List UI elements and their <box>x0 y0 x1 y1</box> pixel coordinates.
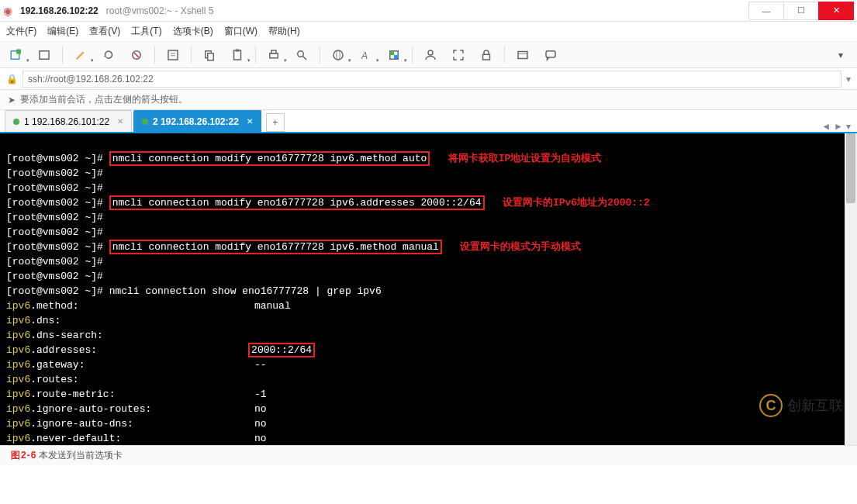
find-icon[interactable] <box>290 45 313 65</box>
svg-rect-10 <box>236 49 240 51</box>
tab-session-2[interactable]: 2 192.168.26.102:22 ✕ <box>133 110 261 132</box>
title-bar: ◉ 192.168.26.102:22 root@vms002:~ - Xshe… <box>0 0 857 22</box>
status-text: 本发送到当前选项卡 <box>39 449 123 462</box>
address-bar: 🔒 ssh://root@192.168.26.102:22 ▾ <box>0 68 857 90</box>
svg-rect-11 <box>270 53 278 57</box>
toolbar-separator <box>191 47 192 64</box>
menu-bar: 文件(F) 编辑(E) 查看(V) 工具(T) 选项卡(B) 窗口(W) 帮助(… <box>0 22 857 42</box>
svg-rect-23 <box>518 51 527 58</box>
address-lock-icon: 🔒 <box>6 74 18 85</box>
svg-point-16 <box>337 50 340 60</box>
minimize-button[interactable]: — <box>748 2 784 20</box>
title-host: 192.168.26.102:22 <box>20 5 98 16</box>
tab-session-1[interactable]: 1 192.168.26.101:22 ✕ <box>5 110 132 132</box>
tab-add-button[interactable]: + <box>266 113 285 132</box>
tab-bar: 1 192.168.26.101:22 ✕ 2 192.168.26.102:2… <box>0 110 857 133</box>
watermark-text: 创新互联 <box>787 396 843 415</box>
tab-next-icon[interactable]: ► <box>834 121 843 132</box>
window-controls: — ☐ ✕ <box>749 2 854 20</box>
svg-point-21 <box>428 50 433 55</box>
tab-close-icon[interactable]: ✕ <box>247 117 253 126</box>
address-input[interactable]: ssh://root@192.168.26.102:22 <box>22 71 841 88</box>
chat-icon[interactable] <box>539 45 562 65</box>
copy-icon[interactable] <box>198 45 221 65</box>
svg-point-13 <box>298 50 304 57</box>
status-dot-icon <box>142 119 148 125</box>
tab-close-icon[interactable]: ✕ <box>117 117 123 126</box>
figure-label: 图2-6 <box>11 449 36 462</box>
new-session-icon[interactable]: ▾ <box>5 45 28 65</box>
svg-rect-8 <box>208 53 214 60</box>
menu-tools[interactable]: 工具(T) <box>131 25 161 38</box>
menu-file[interactable]: 文件(F) <box>6 25 36 38</box>
fullscreen-icon[interactable] <box>447 45 470 65</box>
hint-bar: ➤ 要添加当前会话，点击左侧的箭头按钮。 <box>0 90 857 110</box>
svg-rect-9 <box>234 50 241 60</box>
toolbar-separator <box>504 47 505 64</box>
edit-icon[interactable]: ▾ <box>69 45 92 65</box>
paste-icon[interactable]: ▾ <box>226 45 249 65</box>
toolbar-separator <box>412 47 413 64</box>
lock-icon[interactable] <box>475 45 498 65</box>
hint-text: 要添加当前会话，点击左侧的箭头按钮。 <box>20 93 188 106</box>
watermark: C 创新互联 <box>759 394 843 417</box>
svg-point-15 <box>333 50 343 60</box>
tab-nav: ◄ ► ▾ <box>821 121 857 132</box>
hint-arrow-icon[interactable]: ➤ <box>8 95 16 105</box>
title-subtitle: root@vms002:~ - Xshell 5 <box>106 5 214 16</box>
status-bar: 图2-6 本发送到当前选项卡 <box>0 445 857 465</box>
tab-label: 2 192.168.26.102:22 <box>153 116 239 127</box>
menu-edit[interactable]: 编辑(E) <box>47 25 78 38</box>
terminal-panel: [root@vms002 ~]# nmcli connection modify… <box>0 133 857 445</box>
svg-rect-22 <box>483 54 490 60</box>
svg-rect-1 <box>16 49 21 54</box>
svg-rect-4 <box>168 50 178 60</box>
svg-rect-20 <box>394 55 398 59</box>
toolbar-separator <box>255 47 256 64</box>
bookmark-icon[interactable] <box>511 45 534 65</box>
scrollbar-thumb[interactable] <box>846 133 855 203</box>
svg-text:A: A <box>361 50 368 60</box>
disconnect-icon[interactable] <box>125 45 148 65</box>
reconnect-icon[interactable] <box>97 45 120 65</box>
toolbar-separator <box>154 47 155 64</box>
tab-label: 1 192.168.26.101:22 <box>24 116 109 127</box>
terminal-scrollbar[interactable] <box>845 133 857 445</box>
svg-line-14 <box>303 56 307 60</box>
svg-rect-2 <box>40 50 49 59</box>
menu-tabs[interactable]: 选项卡(B) <box>173 25 213 38</box>
menu-help[interactable]: 帮助(H) <box>268 25 300 38</box>
close-button[interactable]: ✕ <box>818 2 854 20</box>
font-icon[interactable]: A▾ <box>354 45 378 65</box>
app-icon: ◉ <box>3 5 16 17</box>
watermark-icon: C <box>759 394 783 417</box>
print-icon[interactable]: ▾ <box>262 45 285 65</box>
maximize-button[interactable]: ☐ <box>783 2 819 20</box>
svg-rect-19 <box>390 50 394 54</box>
menu-window[interactable]: 窗口(W) <box>224 25 257 38</box>
address-dropdown-icon[interactable]: ▾ <box>846 74 851 85</box>
terminal-output[interactable]: [root@vms002 ~]# nmcli connection modify… <box>0 133 857 445</box>
user-icon[interactable] <box>419 45 442 65</box>
status-dot-icon <box>13 119 19 125</box>
tab-prev-icon[interactable]: ◄ <box>821 121 831 132</box>
language-icon[interactable]: ▾ <box>327 45 350 65</box>
menu-view[interactable]: 查看(V) <box>89 25 120 38</box>
toolbar-separator <box>320 47 320 64</box>
tab-list-icon[interactable]: ▾ <box>846 121 851 132</box>
open-icon[interactable] <box>33 45 56 65</box>
color-icon[interactable]: ▾ <box>382 45 406 65</box>
toolbar-overflow-icon[interactable]: ▾ <box>829 45 852 65</box>
toolbar: ▾ ▾ ▾ ▾ ▾ A▾ ▾ ▾ <box>0 42 857 68</box>
properties-icon[interactable] <box>161 45 185 65</box>
svg-rect-12 <box>271 50 276 54</box>
address-text: ssh://root@192.168.26.102:22 <box>28 74 154 85</box>
svg-rect-25 <box>546 50 555 57</box>
toolbar-separator <box>62 47 63 64</box>
